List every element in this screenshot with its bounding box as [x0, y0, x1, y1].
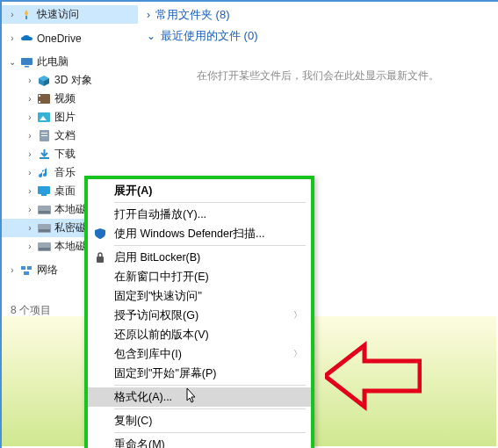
tree-onedrive[interactable]: › OneDrive	[2, 29, 138, 47]
svg-rect-25	[27, 266, 32, 270]
recent-files-label: 最近使用的文件 (0)	[161, 28, 258, 44]
ctx-bitlocker[interactable]: 启用 BitLocker(B)	[88, 248, 311, 267]
shield-icon	[93, 227, 107, 241]
tree-label: 网络	[37, 263, 58, 278]
frequent-folders-header[interactable]: › 常用文件夹 (8)	[147, 7, 489, 23]
svg-rect-14	[41, 135, 47, 136]
svg-rect-24	[21, 266, 25, 270]
chevron-right-icon: 〉	[293, 348, 302, 360]
download-icon	[37, 148, 51, 162]
svg-rect-23	[39, 248, 50, 250]
caret-down-icon: ⌄	[147, 30, 155, 42]
svg-rect-19	[39, 211, 50, 213]
music-icon	[37, 166, 51, 180]
caret-right-icon: ›	[7, 10, 18, 19]
separator	[114, 408, 306, 409]
caret-right-icon: ›	[25, 131, 35, 141]
svg-rect-15	[40, 157, 49, 159]
ctx-label: 使用 Windows Defender扫描...	[114, 227, 265, 242]
ctx-label: 启用 BitLocker(B)	[114, 250, 200, 265]
ctx-access[interactable]: 授予访问权限(G)〉	[88, 306, 311, 325]
ctx-new-window[interactable]: 在新窗口中打开(E)	[88, 267, 311, 286]
caret-right-icon: ›	[25, 242, 35, 251]
ctx-rename[interactable]: 重命名(M)	[88, 435, 311, 448]
caret-right-icon: ›	[25, 94, 35, 104]
caret-right-icon: ›	[25, 168, 35, 177]
ctx-pin-start[interactable]: 固定到"开始"屏幕(P)	[88, 364, 311, 383]
svg-rect-16	[38, 186, 50, 194]
ctx-label: 还原以前的版本(V)	[114, 328, 209, 343]
ctx-label: 授予访问权限(G)	[114, 308, 198, 323]
tree-label: 文档	[54, 128, 76, 143]
ctx-label: 固定到"开始"屏幕(P)	[114, 366, 217, 381]
caret-right-icon: ›	[25, 205, 35, 214]
caret-right-icon: ›	[7, 265, 18, 275]
drive-icon	[37, 240, 51, 254]
tree-label: OneDrive	[37, 33, 82, 45]
drive-icon	[37, 203, 51, 217]
caret-right-icon: ›	[25, 149, 35, 159]
cloud-icon	[19, 32, 33, 46]
recent-files-header[interactable]: ⌄ 最近使用的文件 (0)	[147, 28, 489, 44]
caret-right-icon: ›	[25, 76, 35, 85]
separator	[114, 432, 306, 433]
svg-rect-3	[25, 66, 29, 68]
drive-icon	[37, 221, 51, 235]
empty-hint-text: 在你打开某些文件后，我们会在此处显示最新文件。	[147, 69, 489, 83]
frequent-folders-label: 常用文件夹 (8)	[155, 7, 230, 23]
ctx-label: 重命名(M)	[114, 437, 165, 449]
tree-label: 快速访问	[37, 7, 79, 22]
svg-rect-1	[25, 16, 27, 19]
tree-quick-access[interactable]: › 快速访问	[2, 5, 138, 24]
separator	[114, 245, 306, 246]
svg-rect-2	[21, 58, 32, 65]
ctx-label: 包含到库中(I)	[114, 347, 182, 362]
tree-label: 下载	[54, 147, 76, 162]
network-icon	[19, 264, 33, 278]
ctx-label: 打开自动播放(Y)...	[114, 207, 206, 222]
ctx-pin-quick[interactable]: 固定到"快速访问"	[88, 286, 311, 306]
ctx-label: 展开(A)	[114, 184, 152, 199]
ctx-restore[interactable]: 还原以前的版本(V)	[88, 325, 311, 344]
context-menu: 展开(A) 打开自动播放(Y)... 使用 Windows Defender扫描…	[84, 176, 314, 448]
tree-label: 此电脑	[37, 54, 69, 69]
pc-icon	[19, 55, 33, 69]
svg-rect-8	[39, 95, 40, 97]
ctx-label: 格式化(A)...	[114, 390, 172, 405]
svg-rect-17	[41, 194, 47, 196]
svg-rect-27	[97, 257, 104, 263]
tree-label: 视频	[54, 91, 76, 106]
separator	[114, 385, 306, 386]
cube-icon	[37, 74, 51, 88]
ctx-defender[interactable]: 使用 Windows Defender扫描...	[88, 224, 311, 243]
tree-this-pc[interactable]: ⌄ 此电脑	[2, 53, 138, 71]
tree-pictures[interactable]: ›图片	[2, 108, 138, 126]
tree-3d-objects[interactable]: ›3D 对象	[2, 71, 138, 90]
picture-icon	[37, 111, 51, 125]
ctx-format[interactable]: 格式化(A)...	[88, 387, 311, 407]
tree-documents[interactable]: ›文档	[2, 126, 138, 145]
ctx-label: 复制(C)	[114, 414, 152, 429]
tree-label: 桌面	[54, 184, 76, 199]
caret-right-icon: ›	[25, 186, 35, 196]
ctx-expand[interactable]: 展开(A)	[88, 181, 311, 200]
ctx-copy[interactable]: 复制(C)	[88, 411, 311, 430]
ctx-label: 固定到"快速访问"	[114, 289, 202, 304]
caret-right-icon: ›	[25, 223, 35, 233]
separator	[114, 202, 306, 203]
ctx-autoplay[interactable]: 打开自动播放(Y)...	[88, 205, 311, 224]
caret-right-icon: ›	[25, 112, 35, 122]
caret-down-icon: ⌄	[7, 57, 18, 67]
svg-rect-13	[41, 133, 47, 134]
ctx-label: 在新窗口中打开(E)	[114, 270, 209, 285]
lock-icon	[93, 250, 107, 264]
ctx-include-lib[interactable]: 包含到库中(I)〉	[88, 344, 311, 364]
tree-label: 音乐	[54, 165, 76, 180]
caret-right-icon: ›	[147, 9, 150, 21]
desktop-icon	[37, 184, 51, 199]
svg-rect-26	[24, 271, 29, 275]
svg-rect-9	[39, 101, 40, 103]
pin-icon	[19, 8, 33, 22]
tree-downloads[interactable]: ›下载	[2, 145, 138, 163]
tree-videos[interactable]: ›视频	[2, 90, 138, 108]
